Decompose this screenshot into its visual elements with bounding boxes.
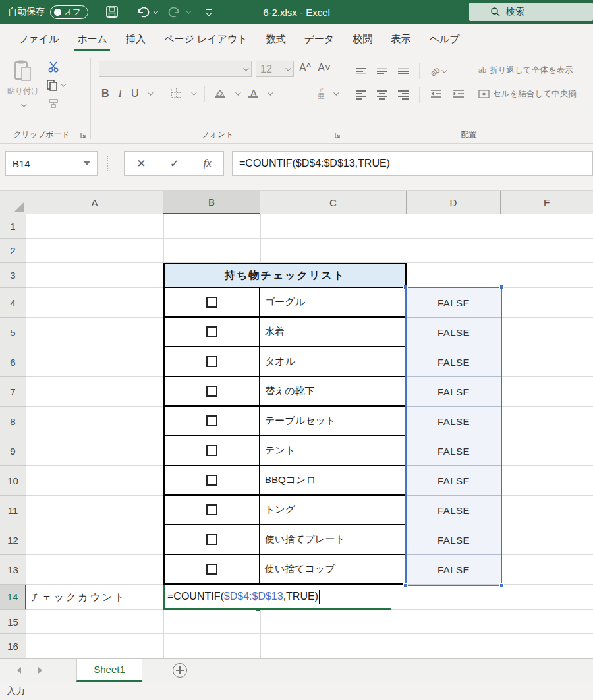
column-header-b[interactable]: B xyxy=(163,191,260,214)
font-size-combobox[interactable]: 12 xyxy=(256,61,294,77)
bold-button[interactable]: B xyxy=(101,88,109,100)
tab-view[interactable]: 表示 xyxy=(381,25,420,53)
wrap-text-button[interactable]: ab 折り返して全体を表示 xyxy=(478,65,573,76)
name-box[interactable]: B14 xyxy=(5,151,98,176)
tab-formulas[interactable]: 数式 xyxy=(257,25,295,53)
tab-help[interactable]: ヘルプ xyxy=(420,25,468,53)
phonetic-guide-dropdown[interactable] xyxy=(334,90,339,95)
cell-c13[interactable]: 使い捨てコップ xyxy=(260,555,407,585)
align-right-button[interactable] xyxy=(398,90,409,100)
fill-color-button[interactable] xyxy=(214,89,226,99)
checkbox-icon[interactable] xyxy=(206,356,217,367)
decrease-indent-button[interactable] xyxy=(430,89,442,101)
underline-button[interactable]: U xyxy=(131,88,139,100)
clipboard-dialog-launcher[interactable] xyxy=(80,132,87,139)
cell-c4[interactable]: ゴーグル xyxy=(260,288,407,318)
row-header-12[interactable]: 12 xyxy=(0,525,26,555)
fill-color-dropdown[interactable] xyxy=(236,90,241,95)
cell-b4[interactable] xyxy=(165,288,260,318)
sheet-tab-sheet1[interactable]: Sheet1 xyxy=(76,659,142,682)
checkbox-icon[interactable] xyxy=(206,386,217,397)
cell-d13[interactable]: FALSE xyxy=(407,555,501,585)
row-header-1[interactable]: 1 xyxy=(0,214,26,239)
cell-c8[interactable]: テーブルセット xyxy=(260,407,407,436)
font-color-dropdown[interactable] xyxy=(268,90,273,95)
row-header-11[interactable]: 11 xyxy=(0,496,26,525)
font-name-combobox[interactable] xyxy=(99,61,252,77)
row-header-3[interactable]: 3 xyxy=(0,263,26,288)
shrink-font-button[interactable]: A˅ xyxy=(318,62,331,74)
borders-dropdown[interactable] xyxy=(192,90,197,95)
cell-b5[interactable] xyxy=(165,318,260,347)
align-bottom-button[interactable] xyxy=(398,68,409,74)
column-header-a[interactable]: A xyxy=(26,191,163,214)
cell-b14-editing[interactable]: =COUNTIF($D$4:$D$13,TRUE) xyxy=(163,585,391,610)
cell-c6[interactable]: タオル xyxy=(260,347,407,377)
checkbox-icon[interactable] xyxy=(206,297,217,308)
checkbox-icon[interactable] xyxy=(206,326,217,337)
next-sheet-arrow-icon[interactable] xyxy=(38,667,42,674)
tab-review[interactable]: 校閲 xyxy=(343,25,381,53)
cell-d10[interactable]: FALSE xyxy=(407,466,501,496)
tab-page-layout[interactable]: ページ レイアウト xyxy=(155,25,257,53)
cell-c12[interactable]: 使い捨てプレート xyxy=(260,525,407,555)
cell-b13[interactable] xyxy=(165,555,260,585)
cell-d4[interactable]: FALSE xyxy=(407,288,501,318)
select-all-button[interactable] xyxy=(0,191,26,214)
tab-insert[interactable]: 挿入 xyxy=(117,25,155,53)
new-sheet-button[interactable] xyxy=(173,663,187,678)
cut-button[interactable] xyxy=(47,61,59,75)
name-box-dropdown-icon[interactable] xyxy=(84,161,90,165)
merge-center-button[interactable]: セルを結合して中央揃 xyxy=(478,88,576,100)
cell-b10[interactable] xyxy=(165,466,260,496)
insert-function-button[interactable]: fx xyxy=(204,157,212,170)
font-color-button[interactable]: A xyxy=(248,89,258,99)
enter-button[interactable]: ✓ xyxy=(170,157,179,171)
row-header-10[interactable]: 10 xyxy=(0,466,26,496)
grow-font-button[interactable]: A^ xyxy=(299,62,311,74)
column-header-d[interactable]: D xyxy=(407,191,501,214)
row-header-2[interactable]: 2 xyxy=(0,239,26,263)
row-header-5[interactable]: 5 xyxy=(0,318,26,347)
row-header-4[interactable]: 4 xyxy=(0,288,26,318)
row-header-9[interactable]: 9 xyxy=(0,436,26,466)
underline-dropdown[interactable] xyxy=(148,90,154,95)
checkbox-icon[interactable] xyxy=(206,564,217,575)
range-handle-icon[interactable] xyxy=(499,583,504,588)
copy-button[interactable] xyxy=(46,79,65,91)
increase-indent-button[interactable] xyxy=(453,89,465,101)
cell-d11[interactable]: FALSE xyxy=(407,496,501,525)
checkbox-icon[interactable] xyxy=(206,445,217,456)
row-header-15[interactable]: 15 xyxy=(0,610,26,634)
previous-sheet-arrow-icon[interactable] xyxy=(17,667,21,674)
checkbox-icon[interactable] xyxy=(206,534,217,545)
align-left-button[interactable] xyxy=(356,90,366,100)
row-header-14[interactable]: 14 xyxy=(0,585,26,610)
range-handle-icon[interactable] xyxy=(499,285,504,289)
row-header-7[interactable]: 7 xyxy=(0,377,26,407)
paste-button[interactable]: 貼り付け xyxy=(7,59,40,110)
tab-file[interactable]: ファイル xyxy=(9,25,68,53)
phonetic-guide-button[interactable]: ア 亜 xyxy=(318,88,324,100)
cell-c9[interactable]: テント xyxy=(260,436,407,466)
table-title-cell[interactable]: 持ち物チェックリスト xyxy=(165,264,407,288)
font-dialog-launcher[interactable] xyxy=(335,132,341,139)
tab-home[interactable]: ホーム xyxy=(68,25,117,53)
cell-b8[interactable] xyxy=(165,407,260,436)
tab-data[interactable]: データ xyxy=(295,25,344,53)
italic-button[interactable]: I xyxy=(119,88,122,100)
search-input[interactable]: 検索 xyxy=(469,3,593,21)
cell-b12[interactable] xyxy=(165,525,260,555)
row-header-8[interactable]: 8 xyxy=(0,407,26,436)
cell-d7[interactable]: FALSE xyxy=(407,377,501,407)
row-header-13[interactable]: 13 xyxy=(0,555,26,585)
cell-b11[interactable] xyxy=(165,496,260,525)
cell-d8[interactable]: FALSE xyxy=(407,407,501,436)
format-painter-button[interactable] xyxy=(47,98,59,112)
row-header-6[interactable]: 6 xyxy=(0,347,26,377)
orientation-button[interactable]: ab xyxy=(430,67,445,76)
cell-b9[interactable] xyxy=(165,436,260,466)
cell-d9[interactable]: FALSE xyxy=(407,436,501,466)
align-center-button[interactable] xyxy=(377,90,387,100)
checkbox-icon[interactable] xyxy=(206,415,217,426)
